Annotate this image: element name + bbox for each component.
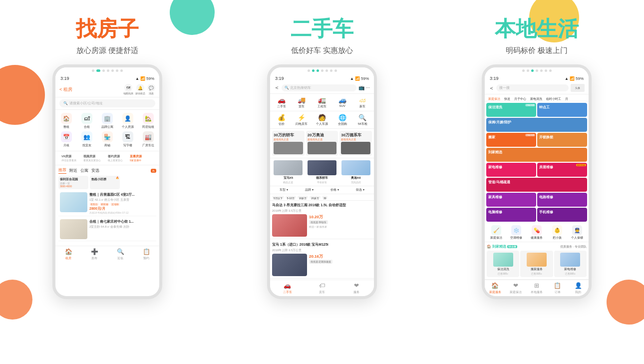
cat3-child[interactable]: 👶 把小孩 xyxy=(548,225,567,240)
svc-selected[interactable]: 到家精选 xyxy=(486,148,587,162)
phone1-back[interactable]: < 租房 xyxy=(59,86,72,93)
filter-price[interactable]: 价格 ▾ xyxy=(323,188,346,192)
promo-card-1[interactable]: 30万的轿车 超低优先之选 xyxy=(272,131,305,156)
cat3-health[interactable]: 💊 健康服务 xyxy=(527,225,546,240)
cat-roommate[interactable]: 👥 找室友 xyxy=(78,131,96,148)
nav3-local[interactable]: ⊞ 本地服务 xyxy=(526,282,547,295)
svc-pipe[interactable]: 管道/马桶疏通 xyxy=(486,178,587,192)
rec-tab-selected[interactable]: 安选 xyxy=(91,168,99,174)
nav-post[interactable]: ➕ 发布 xyxy=(81,248,107,261)
phone3-search[interactable]: 搜一搜 xyxy=(496,84,569,91)
filter-model[interactable]: 车型 ▾ xyxy=(272,188,296,192)
tab-video[interactable]: 视频房源 看更真实更安心 xyxy=(81,153,103,163)
rec-tab-recommend[interactable]: 推荐 xyxy=(58,167,66,174)
price-10w[interactable]: 10多万 xyxy=(298,196,309,199)
feat-german[interactable]: 德系轿车 平价好车 xyxy=(306,160,338,184)
tab-vr[interactable]: VR房源 伴侣全景看房 xyxy=(59,153,78,163)
svc-furniture[interactable]: 家具维修 xyxy=(486,193,536,207)
promo-card-2[interactable]: 20万奥迪 超低优先之选 xyxy=(306,131,338,156)
cat-shop[interactable]: 🏪 商铺 xyxy=(98,131,117,148)
nav3-tab-hourly[interactable]: 临时小时工 xyxy=(545,96,563,99)
cat2-national[interactable]: 🌐 全国购 xyxy=(333,113,352,126)
cat-brand[interactable]: 🏢 品牌公寓 xyxy=(98,113,117,129)
map-icon-item[interactable]: 🗺 地图找房 xyxy=(123,84,133,95)
filter-more[interactable]: 筛选 ▾ xyxy=(348,188,372,192)
svc-baojie[interactable]: 消毒杀菌 保洁清洗 xyxy=(486,103,536,117)
nav3-orders[interactable]: 📋 订单 xyxy=(547,282,568,295)
nav3-tab-fast[interactable]: 快送 xyxy=(503,96,512,99)
cat2-personal-car[interactable]: 🧑 个人车源 xyxy=(313,113,331,126)
listing-2[interactable]: 合租｜南七家庄村中心街 1... 2室主卧·54.8㎡·金泰先锋·次卧 xyxy=(58,218,156,241)
nav3-tab-more[interactable]: 月 xyxy=(564,96,570,99)
nav3-me[interactable]: 👤 我的 xyxy=(568,282,589,295)
price-5-10w[interactable]: 5-10万 xyxy=(286,196,296,199)
svc-clock[interactable]: 钟点工 xyxy=(537,103,587,117)
feat-german-desc: 平价好车 xyxy=(317,181,327,184)
svc-appliance[interactable]: 家电维修 xyxy=(486,163,536,177)
cat-factory[interactable]: 🏭 厂房车位 xyxy=(139,131,157,148)
cat2-flash[interactable]: ⚡ 闪电卖车 xyxy=(293,113,312,126)
nav3-family-clean[interactable]: ❤ 家庭保洁 xyxy=(506,282,527,295)
cat-zhengzu[interactable]: 🏠 整租 xyxy=(57,113,76,129)
phone3-back[interactable]: ＜ xyxy=(489,84,494,92)
cat-hezu[interactable]: 🛋 合租 xyxy=(78,113,96,129)
cat2-truck[interactable]: 🚚 货车 xyxy=(293,96,312,109)
car-listing-2[interactable]: 宝马 1系（进口）2016款 宝马M125i 2016年上牌·3.5万公里 20… xyxy=(270,240,374,279)
cat3-guard[interactable]: 👮 个人保镖 xyxy=(568,225,587,240)
nav3-home-service[interactable]: 🏠 家庭服务 xyxy=(485,282,506,295)
jujia-item-baojie[interactable]: 保洁清洗 已售995+ xyxy=(487,251,519,277)
jujia-item-appliance[interactable]: 家电维修 已售995+ xyxy=(554,251,587,277)
svc-lock[interactable]: 开锁换锁 xyxy=(537,133,587,147)
tv-icon[interactable]: 📺 xyxy=(358,85,364,90)
nav3-tab-family[interactable]: 家庭保洁 xyxy=(487,96,502,99)
hot-item-2[interactable]: 🔥 热租小区榜 xyxy=(90,176,120,189)
nav2-sell[interactable]: 🏷 卖车 xyxy=(305,282,339,295)
cat2-inspection[interactable]: 🔍 58车检 xyxy=(353,113,372,126)
cat2-usedcar[interactable]: 🚗 二手车 xyxy=(272,96,291,109)
nav2-service[interactable]: ❤ 服务 xyxy=(339,282,374,295)
activity-icon-item[interactable]: 🔔 游动状态 xyxy=(135,84,145,95)
rec-tab-apartment[interactable]: 公寓 xyxy=(80,168,88,174)
phone1-search-box[interactable]: 🔍 请搜索小区/公司/地址 xyxy=(59,99,155,107)
listing-1[interactable]: 整租｜吕营嘉园C区 4室2厅... 1室·42.1㎡·慈云寺小区·玉泉营 有阳台… xyxy=(58,191,156,216)
svc-computer[interactable]: 电脑维修 xyxy=(486,208,536,222)
cat-office[interactable]: 🏗 写字楼 xyxy=(118,131,137,148)
tab-live[interactable]: 直播房源 9家直播中 xyxy=(128,153,144,163)
rec-tab-nearby[interactable]: 附近 xyxy=(69,168,77,174)
svc-circuit[interactable]: 电路维修 xyxy=(537,193,587,207)
cat2-newcar[interactable]: 🏎 新车 xyxy=(353,96,372,109)
nav2-usedcar[interactable]: 🚗 二手车 xyxy=(270,282,305,295)
svc-phone[interactable]: 手机维修 xyxy=(537,208,587,222)
message-icon-item[interactable]: 💬 消息 xyxy=(147,84,155,95)
cat2-estimate[interactable]: 💰 估价 xyxy=(272,113,291,126)
promo-card-3[interactable]: 30万德系车 超低优先之选 xyxy=(339,131,372,156)
cat2-engineer[interactable]: 🚛 工程车 xyxy=(313,96,331,109)
cat3-ac[interactable]: ❄️ 空调维修 xyxy=(507,225,526,240)
cat3-family[interactable]: 🧹 家庭保洁 xyxy=(487,225,506,240)
price-20w[interactable]: 20多万 xyxy=(310,196,321,199)
nav-search[interactable]: 🔍 近似 xyxy=(107,248,133,261)
tab-sign[interactable]: 签约房源 线上签更安心 xyxy=(106,153,125,163)
feat-audi[interactable]: 奥迪A6 无忧品控 xyxy=(339,160,372,184)
svc-house[interactable]: 限时特惠 房屋维修 xyxy=(537,163,587,177)
svc-nanny[interactable]: 保姆/月嫂/陪护 xyxy=(486,118,587,132)
price-5w[interactable]: 5万以下 xyxy=(272,196,284,199)
phone2-back[interactable]: ＜ xyxy=(274,84,280,91)
car-listing-1[interactable]: 马自达 3 昂克赛拉三厢 2016款 1.5L 自动舒适型 2016年上牌·3.… xyxy=(270,201,374,239)
price-30w[interactable]: 30 xyxy=(322,196,328,199)
more-icon[interactable]: ··· xyxy=(366,85,370,90)
nav-zuzu[interactable]: 🏠 租房 xyxy=(55,248,81,261)
svc-move[interactable]: 消毒杀菌 搬家 xyxy=(486,133,536,147)
hot-item-1[interactable]: 保利百合花园 温馨一室 3000-4000 xyxy=(58,176,88,189)
cat2-suv[interactable]: 🚙 SUV xyxy=(333,96,352,109)
filter-brand[interactable]: 品牌 ▾ xyxy=(298,188,321,192)
cat-yuezu[interactable]: 📅 月租 xyxy=(57,131,76,148)
cat-personal[interactable]: 👤 个人房源 xyxy=(118,113,137,129)
cat-minsu[interactable]: 🏡 民宿短租 xyxy=(139,113,157,129)
nav3-tab-appliance[interactable]: 家电清洗 xyxy=(529,96,544,99)
nav3-tab-month[interactable]: 月子中心 xyxy=(513,96,528,99)
phone2-search[interactable]: 🔍 北京热辣销车 xyxy=(282,84,356,91)
feat-bmwx5[interactable]: 宝马X5 精品之选 xyxy=(272,160,305,184)
jujia-item-move[interactable]: 搬家服务 已售995+ xyxy=(520,251,553,277)
nav-contract[interactable]: 📋 预约 xyxy=(133,248,159,261)
